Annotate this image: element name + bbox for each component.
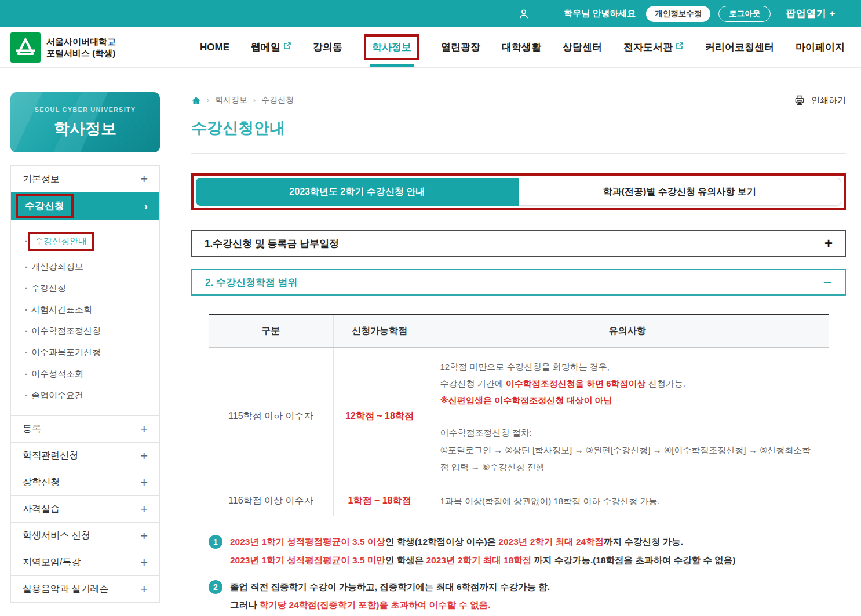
table-row: 115학점 이하 이수자 12학점 ~ 18학점 12학점 미만으로 수강신청을… — [209, 347, 829, 486]
category-cell: 116학점 이상 이수자 — [209, 486, 333, 516]
external-link-icon — [283, 42, 291, 50]
footnote-1: 1 2023년 1학기 성적평점평균이 3.5 이상인 학생(12학점이상 이수… — [209, 533, 829, 570]
main-header: 서울사이버대학교 포털서비스 (학생) HOME 웹메일 강의동 학사정보 열린… — [0, 27, 861, 68]
sidebar: SEOUL CYBER UNIVERSITY 학사정보 기본정보 + 수강신청 … — [10, 92, 160, 603]
nav-campus-life[interactable]: 대학생활 — [502, 41, 541, 54]
breadcrumb-academic-info[interactable]: 학사정보 — [215, 95, 247, 105]
banner-university-name: SEOUL CYBER UNIVERSITY — [10, 106, 160, 113]
sidebar-sub-graduation-requirements[interactable]: ·졸업이수요건 — [11, 385, 159, 406]
col-header-category: 구분 — [209, 315, 333, 347]
sidebar-item-certification-practice[interactable]: 자격실습+ — [11, 495, 159, 522]
credits-cell: 1학점 ~ 18학점 — [333, 486, 426, 516]
nav-counseling-center[interactable]: 상담센터 — [563, 41, 602, 54]
sidebar-sub-credit-adjustment[interactable]: ·이수학점조정신청 — [11, 320, 159, 342]
table-row: 116학점 이상 이수자 1학점 ~ 18학점 1과목 이상(학점에 상관없이)… — [209, 486, 829, 516]
sidebar-sub-registration-guide[interactable]: ·수강신청안내 — [11, 227, 159, 256]
nav-my-page[interactable]: 마이페이지 — [796, 41, 845, 54]
sidebar-item-scholarship[interactable]: 장학신청+ — [11, 469, 159, 495]
breadcrumb: › 학사정보 › 수강신청 — [191, 95, 294, 105]
nav-career-coaching[interactable]: 커리어코칭센터 — [705, 41, 774, 54]
logout-button[interactable]: 로그아웃 — [718, 6, 771, 22]
plus-icon: + — [140, 449, 148, 464]
plus-icon: + — [140, 582, 148, 597]
nav-lecture-hall[interactable]: 강의동 — [313, 41, 342, 54]
expand-plus-icon[interactable]: + — [824, 235, 833, 251]
sidebar-sub-course-registration[interactable]: ·수강신청 — [11, 278, 159, 299]
sidebar-sub-grade-inquiry[interactable]: ·이수성적조회 — [11, 363, 159, 385]
nav-e-library[interactable]: 전자도서관 — [623, 41, 684, 54]
printer-icon — [794, 94, 805, 106]
privacy-edit-button[interactable]: 개인정보수정 — [646, 6, 710, 22]
main-content: › 학사정보 › 수강신청 인쇄하기 수강신청안내 2023학년도 2학기 수강… — [191, 92, 846, 616]
breadcrumb-separator: › — [253, 96, 256, 104]
banner-section-title: 학사정보 — [10, 118, 160, 139]
sidebar-item-student-services[interactable]: 학생서비스 신청+ — [11, 522, 159, 549]
notes-cell: 12학점 미만으로 수강신청을 희망하는 경우, 수강신청 기간에 이수학점조정… — [426, 347, 829, 486]
nav-home[interactable]: HOME — [200, 42, 229, 53]
external-link-icon — [676, 42, 684, 50]
global-nav: HOME 웹메일 강의동 학사정보 열린광장 대학생활 상담센터 전자도서관 커… — [200, 34, 845, 60]
topbar: 학우님 안녕하세요 개인정보수정 로그아웃 팝업열기 + — [0, 0, 861, 27]
course-registration-submenu: ·수강신청안내 ·개설강좌정보 ·수강신청 ·시험시간표조회 ·이수학점조정신청… — [11, 220, 159, 415]
tabs-annotation-box: 2023학년도 2학기 수강신청 안내 학과(전공)별 수강신청 유의사항 보기 — [191, 173, 846, 210]
sidebar-item-regional-meetings[interactable]: 지역모임/특강+ — [11, 549, 159, 575]
portal-logo[interactable]: 서울사이버대학교 포털서비스 (학생) — [10, 32, 116, 63]
plus-icon: + — [140, 555, 148, 570]
footnotes: 1 2023년 1학기 성적평점평균이 3.5 이상인 학생(12학점이상 이수… — [209, 533, 829, 616]
plus-icon: + — [140, 475, 148, 490]
sidebar-item-course-registration[interactable]: 수강신청 › — [11, 192, 159, 220]
plus-icon: + — [140, 172, 148, 187]
breadcrumb-separator: › — [207, 96, 209, 104]
sidebar-menu: 기본정보 + 수강신청 › ·수강신청안내 ·개설강좌정보 ·수강신청 ·시험시… — [10, 165, 160, 603]
plus-icon: + — [140, 528, 148, 544]
nav-webmail[interactable]: 웹메일 — [251, 41, 291, 54]
accordion-payment-schedule[interactable]: 1.수강신청 및 등록금 납부일정 + — [191, 230, 846, 257]
plus-icon: + — [140, 422, 148, 437]
credits-cell: 12학점 ~ 18학점 — [333, 347, 426, 486]
footnote-2: 2 졸업 직전 집중학기 수강이 가능하고, 집중학기에는 최대 6학점까지 수… — [209, 578, 829, 616]
sidebar-banner: SEOUL CYBER UNIVERSITY 학사정보 — [10, 92, 160, 152]
sidebar-item-basic-info[interactable]: 기본정보 + — [11, 166, 159, 192]
portal-logo-text: 서울사이버대학교 포털서비스 (학생) — [46, 36, 116, 59]
home-icon[interactable] — [191, 96, 201, 105]
tab-registration-guide-2023-2[interactable]: 2023학년도 2학기 수강신청 안내 — [196, 178, 519, 206]
tab-department-notes[interactable]: 학과(전공)별 수강신청 유의사항 보기 — [519, 178, 842, 206]
category-cell: 115학점 이하 이수자 — [209, 347, 333, 486]
nav-academic-info[interactable]: 학사정보 — [364, 34, 419, 60]
sidebar-sub-open-courses[interactable]: ·개설강좌정보 — [11, 256, 159, 278]
page-title: 수강신청안내 — [191, 118, 846, 138]
number-badge-2: 2 — [209, 580, 222, 594]
accordion-credit-range[interactable]: 2. 수강신청학점 범위 − — [191, 269, 846, 296]
chevron-right-icon: › — [144, 200, 148, 213]
sidebar-item-academic-records[interactable]: 학적관련신청+ — [11, 442, 159, 469]
user-greeting: 학우님 안녕하세요 — [564, 8, 636, 19]
credit-range-table-wrap: 구분 신청가능학점 유의사항 115학점 이하 이수자 12학점 ~ 18학점 … — [209, 314, 829, 516]
user-icon[interactable] — [517, 8, 530, 20]
tab-bar: 2023학년도 2학기 수강신청 안내 학과(전공)별 수강신청 유의사항 보기 — [196, 178, 841, 206]
sidebar-sub-exam-timetable[interactable]: ·시험시간표조회 — [11, 299, 159, 320]
credit-range-table: 구분 신청가능학점 유의사항 115학점 이하 이수자 12학점 ~ 18학점 … — [209, 314, 829, 516]
sidebar-item-enrollment[interactable]: 등록+ — [11, 415, 159, 442]
title-divider — [191, 153, 846, 154]
notes-cell: 1과목 이상(학점에 상관없이) 18학점 이하 수강신청 가능. — [426, 486, 829, 516]
col-header-notes: 유의사항 — [426, 315, 829, 347]
plus-icon: + — [140, 502, 148, 517]
nav-open-plaza[interactable]: 열린광장 — [441, 41, 480, 54]
university-logo-icon — [10, 32, 41, 63]
sidebar-sub-course-drop[interactable]: ·이수과목포기신청 — [11, 342, 159, 363]
popup-open-button[interactable]: 팝업열기 + — [786, 7, 836, 20]
table-header-row: 구분 신청가능학점 유의사항 — [209, 315, 829, 347]
print-button[interactable]: 인쇄하기 — [794, 94, 846, 106]
number-badge-1: 1 — [209, 535, 222, 549]
col-header-credits: 신청가능학점 — [333, 315, 426, 347]
breadcrumb-course-registration[interactable]: 수강신청 — [261, 95, 294, 105]
sidebar-item-music-lessons[interactable]: 실용음악과 실기레슨+ — [11, 575, 159, 602]
